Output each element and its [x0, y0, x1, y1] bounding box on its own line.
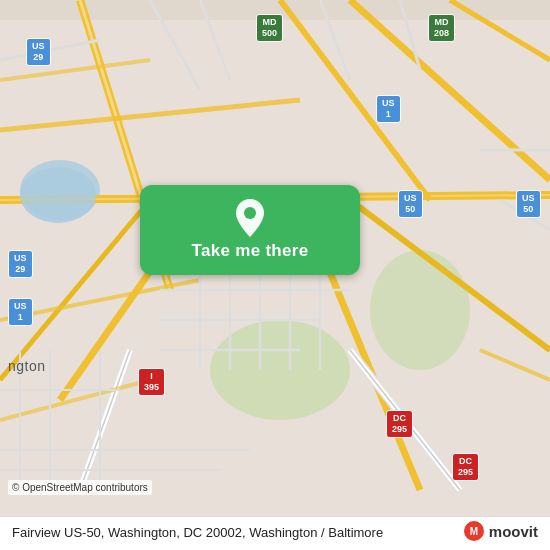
map-container: US29 MD500 MD208 US1 US50 US50 US50 US29…	[0, 0, 550, 550]
location-pin-icon	[232, 197, 268, 239]
shield-us50-far-right: US50	[516, 190, 541, 218]
shield-us1-top-right: US1	[376, 95, 401, 123]
shield-i395: I395	[138, 368, 165, 396]
osm-attribution: © OpenStreetMap contributors	[8, 480, 152, 495]
shield-md500: MD500	[256, 14, 283, 42]
shield-us29-left: US29	[8, 250, 33, 278]
svg-text:M: M	[470, 526, 478, 537]
svg-point-50	[244, 207, 256, 219]
shield-dc295b: DC295	[452, 453, 479, 481]
moovit-icon: M	[463, 520, 485, 542]
svg-point-49	[20, 167, 96, 223]
shield-us29-top: US29	[26, 38, 51, 66]
svg-line-23	[0, 380, 150, 420]
moovit-wordmark: moovit	[489, 523, 538, 540]
shield-us1-left: US1	[8, 298, 33, 326]
city-label-washington: ngton	[8, 358, 46, 374]
location-name: Fairview US-50, Washington, DC 20002, Wa…	[12, 525, 383, 540]
svg-line-20	[0, 100, 300, 130]
svg-point-2	[370, 250, 470, 370]
svg-line-30	[480, 350, 550, 380]
shield-us50-right: US50	[398, 190, 423, 218]
take-me-there-label: Take me there	[192, 241, 309, 261]
svg-line-33	[0, 60, 150, 80]
osm-text: © OpenStreetMap contributors	[12, 482, 148, 493]
bottom-bar: Fairview US-50, Washington, DC 20002, Wa…	[0, 516, 550, 550]
take-me-there-button[interactable]: Take me there	[140, 185, 360, 275]
shield-dc295: DC295	[386, 410, 413, 438]
shield-md208: MD208	[428, 14, 455, 42]
moovit-logo: M moovit	[463, 520, 538, 542]
